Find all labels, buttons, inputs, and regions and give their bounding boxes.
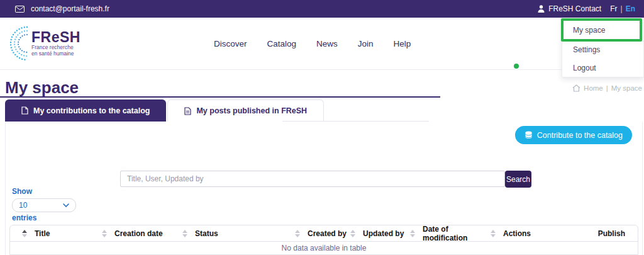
nav-item-discover[interactable]: Discover — [214, 39, 247, 48]
language-switcher: Fr | En — [610, 4, 635, 13]
column-label: Title — [35, 229, 50, 238]
sort-icon — [410, 230, 415, 237]
tab-my-contributions[interactable]: My contributions to the catalog — [5, 99, 166, 122]
column-header-updated-by[interactable]: Updated by — [350, 229, 410, 238]
user-icon — [538, 5, 545, 13]
tab-label: My contributions to the catalog — [33, 106, 150, 115]
column-header-date-of-modification[interactable]: Date of modification — [410, 225, 491, 242]
column-header-status[interactable]: Status — [182, 229, 295, 238]
account-label: FReSH Contact — [548, 4, 601, 13]
contact-email-link[interactable]: contact@portail-fresh.fr — [15, 4, 109, 13]
column-label: Status — [195, 229, 218, 238]
chevron-down-icon — [63, 203, 69, 207]
contribute-button-label: Contribute to the catalog — [537, 131, 623, 140]
envelope-icon — [15, 6, 25, 13]
main-nav: Discover Catalog News Join Help — [214, 18, 411, 69]
tab-label: My posts published in FReSH — [196, 106, 307, 115]
entries-label: entries — [12, 213, 36, 222]
column-label: Publish — [598, 229, 625, 238]
sort-icon — [491, 230, 496, 237]
column-label: Created by — [308, 229, 347, 238]
breadcrumb-separator: | — [606, 84, 608, 92]
content-panel: Contribute to the catalog Search Show 10… — [5, 122, 643, 255]
entries-select[interactable]: 10 — [12, 198, 76, 212]
breadcrumb: Home | My space — [572, 84, 642, 92]
click-indicator-dot — [514, 64, 519, 69]
document-lines-icon — [184, 107, 191, 115]
sort-icon — [350, 230, 355, 237]
column-label: Actions — [503, 229, 531, 238]
site-header: FReSH France recherche en santé humaine … — [0, 18, 644, 70]
nav-item-join[interactable]: Join — [358, 39, 374, 48]
logo-text: FReSH France recherche en santé humaine — [31, 30, 80, 57]
contributions-table: Title Creation date Status Created by Up… — [9, 225, 638, 255]
contact-email: contact@portail-fresh.fr — [31, 4, 109, 13]
column-header-publish: Publish — [592, 229, 638, 238]
nav-item-news[interactable]: News — [316, 39, 338, 48]
home-icon — [572, 84, 580, 92]
logo-arc-icon — [6, 25, 29, 62]
entries-select-value: 10 — [19, 201, 27, 210]
column-header-title[interactable]: Title — [10, 229, 102, 238]
fresh-logo[interactable]: FReSH France recherche en santé humaine — [6, 25, 80, 62]
sort-icon — [22, 230, 27, 237]
breadcrumb-home-link[interactable]: Home — [584, 84, 603, 92]
tab-my-posts[interactable]: My posts published in FReSH — [167, 99, 324, 122]
logo-tagline-line2: en santé humaine — [31, 50, 80, 57]
column-label: Creation date — [114, 229, 163, 238]
column-header-created-by[interactable]: Created by — [295, 229, 350, 238]
column-label: Updated by — [363, 229, 404, 238]
contribute-button[interactable]: Contribute to the catalog — [515, 126, 632, 144]
show-label: Show — [12, 187, 32, 196]
account-menu-trigger[interactable]: FReSH Contact — [538, 4, 601, 13]
page-title: My space — [5, 78, 79, 98]
table-header-row: Title Creation date Status Created by Up… — [10, 225, 638, 241]
menu-item-settings[interactable]: Settings — [573, 45, 600, 54]
menu-item-my-space[interactable]: My space — [573, 26, 605, 35]
column-label: Date of modification — [423, 225, 491, 242]
nav-item-help[interactable]: Help — [394, 39, 411, 48]
lang-en-link[interactable]: En — [626, 4, 635, 13]
sort-icon — [182, 230, 187, 237]
account-dropdown-menu: My space Settings Logout — [562, 18, 644, 77]
logo-tagline-line1: France recherche — [31, 44, 80, 50]
sort-icon — [295, 230, 300, 237]
search-input[interactable] — [120, 171, 505, 187]
title-underline — [0, 96, 440, 98]
column-header-actions[interactable]: Actions — [491, 229, 592, 238]
topbar: contact@portail-fresh.fr FReSH Contact F… — [0, 0, 644, 18]
page: contact@portail-fresh.fr FReSH Contact F… — [0, 0, 644, 255]
document-icon — [21, 106, 28, 115]
logo-title: FReSH — [31, 30, 80, 44]
lang-separator: | — [621, 4, 623, 13]
lang-fr-link[interactable]: Fr — [610, 4, 617, 13]
database-icon — [525, 131, 533, 139]
tab-bar: My contributions to the catalog My posts… — [5, 99, 324, 122]
sort-icon — [102, 230, 107, 237]
breadcrumb-current: My space — [611, 84, 642, 92]
menu-item-logout[interactable]: Logout — [573, 64, 596, 72]
column-header-creation-date[interactable]: Creation date — [102, 229, 182, 238]
table-empty-message: No data available in table — [10, 241, 638, 254]
topbar-right: FReSH Contact Fr | En — [538, 4, 635, 13]
search-button[interactable]: Search — [505, 171, 531, 188]
nav-item-catalog[interactable]: Catalog — [267, 39, 297, 48]
